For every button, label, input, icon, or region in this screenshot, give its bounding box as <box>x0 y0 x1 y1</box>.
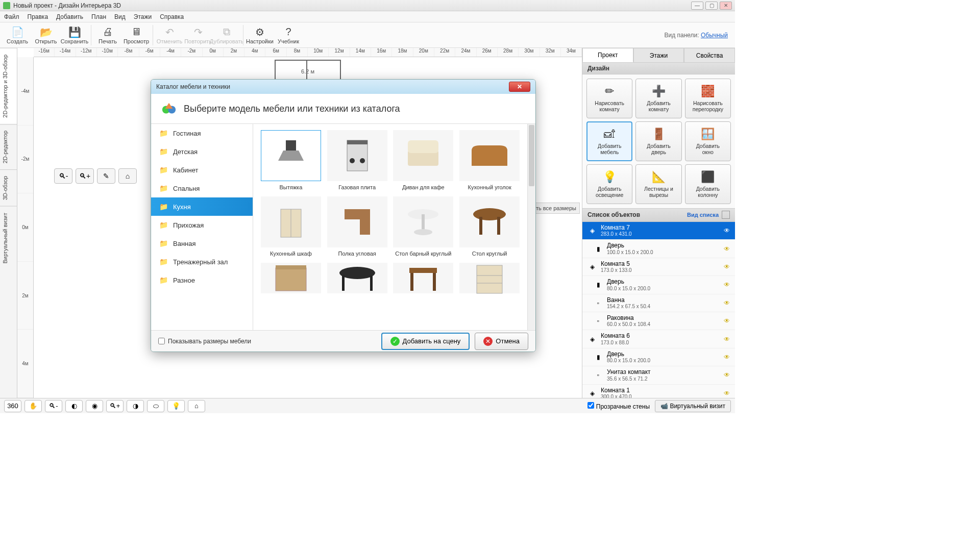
category-Разное[interactable]: 📁Разное <box>151 271 253 289</box>
furniture-item[interactable] <box>326 263 389 293</box>
furniture-item[interactable]: Вытяжка <box>259 130 323 190</box>
category-Прихожая[interactable]: 📁Прихожая <box>151 216 253 234</box>
toolbar-settings-button[interactable]: ⚙Настройки <box>246 23 274 47</box>
toolbar-help-button[interactable]: ?Учебник <box>274 23 303 47</box>
object-item[interactable]: ◈Комната 5173.0 x 133.0👁 <box>582 258 735 276</box>
view-tab-2[interactable]: 3D-обзор <box>0 169 17 206</box>
toolbar-open-button[interactable]: 📂Открыть <box>32 23 60 47</box>
show-sizes-checkbox[interactable]: Показывать размеры мебели <box>158 338 251 345</box>
home-3d-icon[interactable]: ⌂ <box>188 400 205 412</box>
object-item[interactable]: ▫Унитаз компакт35.6 x 56.5 x 71.2👁 <box>582 366 735 384</box>
object-item[interactable]: ◈Комната 6173.0 x 88.0👁 <box>582 330 735 348</box>
visibility-icon[interactable]: 👁 <box>724 390 730 397</box>
furniture-scrollbar[interactable] <box>527 124 535 330</box>
zoom-out-3d-icon[interactable]: 🔍︎- <box>45 400 62 412</box>
virtual-visit-button[interactable]: 📹 Виртуальный визит <box>655 400 731 412</box>
visibility-icon[interactable]: 👁 <box>724 299 730 307</box>
cancel-button[interactable]: ✕Отмена <box>475 333 528 350</box>
furniture-item[interactable]: Газовая плита <box>326 130 389 190</box>
toolbar-save-button[interactable]: 💾Сохранить <box>60 23 89 47</box>
view-tab-1[interactable]: 2D-редактор <box>0 124 17 169</box>
visibility-icon[interactable]: 👁 <box>724 245 730 253</box>
orbit-icon[interactable]: 360 <box>4 400 21 412</box>
visibility-icon[interactable]: 👁 <box>724 317 730 324</box>
toolbar-print-button[interactable]: 🖨Печать <box>93 23 122 47</box>
view-list-link[interactable]: Вид списка <box>687 212 719 218</box>
next-icon[interactable]: ◑ <box>127 400 144 412</box>
zoom-in-icon[interactable]: 🔍︎+ <box>76 168 94 184</box>
add-window-button[interactable]: 🪟Добавитьокно <box>685 121 731 161</box>
furniture-item[interactable] <box>259 263 323 293</box>
maximize-button[interactable]: ▢ <box>705 2 718 10</box>
menu-Вид[interactable]: Вид <box>114 13 126 20</box>
furniture-item[interactable]: Полка угловая <box>326 196 389 257</box>
category-Спальня[interactable]: 📁Спальня <box>151 179 253 197</box>
draw-wall-button[interactable]: 🧱Нарисоватьперегородку <box>685 79 731 118</box>
view-list-icon[interactable] <box>722 211 730 219</box>
furniture-item[interactable]: Стол круглый <box>458 196 521 257</box>
prev-icon[interactable]: ◐ <box>65 400 83 412</box>
menu-Добавить[interactable]: Добавить <box>56 13 83 20</box>
furniture-item[interactable]: Кухонный шкаф <box>259 196 323 257</box>
add-col-button[interactable]: ⬛Добавитьколонну <box>685 164 731 204</box>
menu-Правка[interactable]: Правка <box>28 13 48 20</box>
furniture-item[interactable]: Кухонный уголок <box>458 130 521 190</box>
object-item[interactable]: ▮Дверь100.0 x 15.0 x 200.0👁 <box>582 240 735 258</box>
category-Кабинет[interactable]: 📁Кабинет <box>151 161 253 179</box>
furniture-item[interactable]: Стол барный круглый <box>392 196 455 257</box>
panel-mode-link[interactable]: Обычный <box>701 32 728 39</box>
transparent-walls-checkbox[interactable]: Прозрачные стены <box>587 402 650 410</box>
add-furn-button[interactable]: 🛋Добавитьмебель <box>586 121 632 161</box>
furniture-item[interactable] <box>392 263 455 293</box>
add-door-button[interactable]: 🚪Добавитьдверь <box>635 121 681 161</box>
view-tab-3[interactable]: Виртуальный визит <box>0 206 17 270</box>
add-light-button[interactable]: 💡Добавитьосвещение <box>586 164 632 204</box>
toolbar-create-button[interactable]: 📄Создать <box>3 23 32 47</box>
furniture-item[interactable] <box>458 263 521 293</box>
pan-icon[interactable]: ✋ <box>24 400 42 412</box>
visibility-icon[interactable]: 👁 <box>724 263 730 270</box>
stairs-button[interactable]: 📐Лестницы ивырезы <box>635 164 681 204</box>
close-button[interactable]: ✕ <box>720 2 732 10</box>
visibility-icon[interactable]: 👁 <box>724 371 730 379</box>
add-room-button[interactable]: ➕Добавитькомнату <box>635 79 681 118</box>
category-Тренажерный зал[interactable]: 📁Тренажерный зал <box>151 253 253 271</box>
furniture-item[interactable]: Диван для кафе <box>392 130 455 190</box>
dialog-titlebar[interactable]: Каталог мебели и техники ✕ <box>151 80 535 94</box>
category-Детская[interactable]: 📁Детская <box>151 142 253 161</box>
object-item[interactable]: ◈Комната 1300.0 x 470.0👁 <box>582 385 735 398</box>
add-to-scene-button[interactable]: ✓Добавить на сцену <box>381 333 470 350</box>
visibility-icon[interactable]: 👁 <box>724 281 730 288</box>
visibility-icon[interactable]: 👁 <box>724 354 730 361</box>
menu-Этажи[interactable]: Этажи <box>134 13 152 20</box>
center-icon[interactable]: ◉ <box>86 400 103 412</box>
home-icon[interactable]: ⌂ <box>118 168 137 184</box>
show-all-sizes-hint[interactable]: ть все размеры <box>532 203 580 214</box>
right-tab-Свойства[interactable]: Свойства <box>684 48 735 62</box>
category-Гостиная[interactable]: 📁Гостиная <box>151 124 253 142</box>
object-item[interactable]: ▫Раковина60.0 x 50.0 x 108.4👁 <box>582 312 735 330</box>
draw-room-button[interactable]: ✏Нарисоватькомнату <box>586 79 632 118</box>
category-Кухня[interactable]: 📁Кухня <box>151 197 253 216</box>
menu-Файл[interactable]: Файл <box>4 13 19 20</box>
object-item[interactable]: ▮Дверь80.0 x 15.0 x 200.0👁 <box>582 276 735 294</box>
minimize-button[interactable]: — <box>691 2 703 10</box>
category-Ванная[interactable]: 📁Ванная <box>151 234 253 253</box>
light-icon[interactable]: 💡 <box>167 400 185 412</box>
object-item[interactable]: ▫Ванна154.2 x 67.5 x 50.4👁 <box>582 294 735 312</box>
dialog-close-button[interactable]: ✕ <box>509 82 530 92</box>
visibility-icon[interactable]: 👁 <box>724 227 730 234</box>
zoom-out-icon[interactable]: 🔍︎- <box>54 168 72 184</box>
object-item[interactable]: ◈Комната 7283.0 x 431.0👁 <box>582 222 735 240</box>
right-tab-Проект[interactable]: Проект <box>582 48 633 62</box>
object-item[interactable]: ▮Дверь80.0 x 15.0 x 200.0👁 <box>582 348 735 366</box>
view-tab-0[interactable]: 2D-редактор и 3D-обзор <box>0 48 17 124</box>
lasso-icon[interactable]: ⬭ <box>147 400 164 412</box>
menu-Справка[interactable]: Справка <box>160 13 184 20</box>
zoom-in-3d-icon[interactable]: 🔍︎+ <box>106 400 124 412</box>
visibility-icon[interactable]: 👁 <box>724 336 730 343</box>
toolbar-preview-button[interactable]: 🖥Просмотр <box>122 23 151 47</box>
menu-План[interactable]: План <box>91 13 106 20</box>
measure-icon[interactable]: ✎ <box>97 168 115 184</box>
right-tab-Этажи[interactable]: Этажи <box>633 48 684 62</box>
